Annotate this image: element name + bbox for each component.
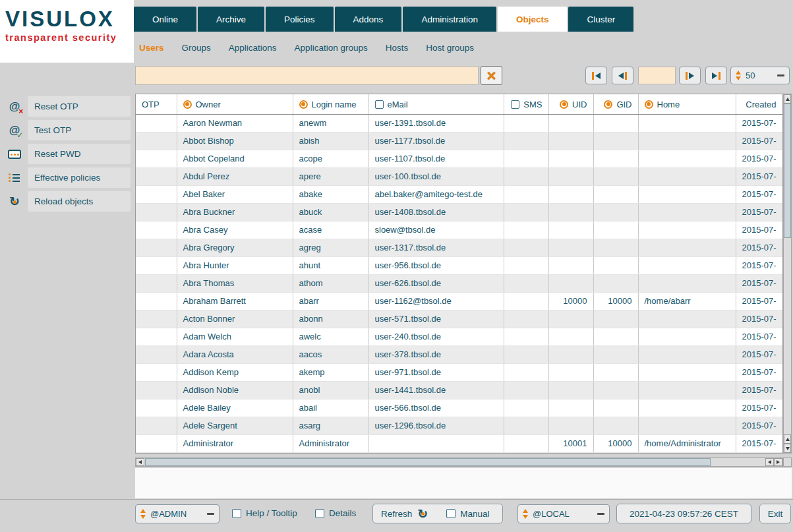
last-page-button[interactable] xyxy=(705,67,727,84)
spinner-arrows-icon[interactable] xyxy=(736,71,741,80)
clear-search-button[interactable] xyxy=(481,66,502,85)
vertical-scroll-thumb[interactable] xyxy=(784,103,791,238)
cell-sms xyxy=(504,275,548,293)
table-row[interactable]: Abbot Bishop abish user-1177.tbsol.de 20… xyxy=(136,133,782,150)
refresh-label: Refresh xyxy=(381,509,412,519)
cell-owner: Abra Buckner xyxy=(177,204,293,222)
horizontal-scroll-track[interactable] xyxy=(144,458,765,466)
cell-sms xyxy=(504,204,548,222)
cell-created: 2015-07- xyxy=(736,168,782,186)
table-row[interactable]: Adele Bailey abail user-566.tbsol.de 201… xyxy=(136,399,782,417)
column-header-home[interactable]: Home xyxy=(638,94,736,115)
column-header-login[interactable]: Login name xyxy=(293,94,368,115)
radio-icon[interactable] xyxy=(183,100,192,109)
cell-owner: Adele Bailey xyxy=(177,399,293,417)
cell-home xyxy=(638,310,736,328)
scroll-left-button-right[interactable] xyxy=(765,458,774,466)
checkbox-icon[interactable] xyxy=(511,100,519,109)
column-header-email[interactable]: eMail xyxy=(368,94,504,115)
search-input[interactable] xyxy=(135,66,479,85)
radio-icon[interactable] xyxy=(604,100,612,109)
horizontal-scrollbar[interactable] xyxy=(135,458,783,467)
table-row[interactable]: Abra Hunter ahunt user-956.tbsol.de 2015… xyxy=(136,257,782,275)
table-row[interactable]: Administrator Administrator 10001 10000 … xyxy=(136,435,782,453)
table-row[interactable]: Abra Thomas athom user-626.tbsol.de 2015… xyxy=(136,275,782,293)
sidebar-item-test-otp[interactable]: Test OTP xyxy=(0,120,132,140)
tab-objects[interactable]: Objects xyxy=(498,7,568,32)
next-page-button[interactable] xyxy=(679,67,701,84)
subnav-hosts[interactable]: Hosts xyxy=(386,43,409,53)
table-row[interactable]: Abra Gregory agreg user-1317.tbsol.de 20… xyxy=(136,239,782,257)
subnav-application-groups[interactable]: Application groups xyxy=(295,43,368,53)
help-tooltip-toggle[interactable]: Help / Tooltip xyxy=(232,508,297,518)
vertical-scrollbar[interactable] xyxy=(783,94,792,454)
scroll-left-button[interactable] xyxy=(136,458,144,466)
subnav-groups[interactable]: Groups xyxy=(182,43,211,53)
tab-online[interactable]: Online xyxy=(134,7,196,32)
radio-icon[interactable] xyxy=(560,100,568,109)
column-header-otp[interactable]: OTP xyxy=(136,94,177,115)
details-label: Details xyxy=(329,508,356,518)
help-tooltip-checkbox[interactable] xyxy=(232,509,241,518)
column-header-uid[interactable]: UID xyxy=(548,94,593,115)
table-row[interactable]: Adara Acosta aacos user-378.tbsol.de 201… xyxy=(136,346,782,364)
first-page-button[interactable] xyxy=(585,67,607,84)
timestamp-button[interactable]: 2021-04-23 09:57:26 CEST xyxy=(616,504,751,523)
cell-email: user-571.tbsol.de xyxy=(368,310,504,328)
admin-scope-spinner[interactable]: @ADMIN xyxy=(135,504,220,523)
table-row[interactable]: Addison Noble anobl user-1441.tbsol.de 2… xyxy=(136,382,782,399)
scroll-right-button[interactable] xyxy=(774,458,782,466)
tab-administration[interactable]: Administration xyxy=(403,7,496,32)
table-row[interactable]: Adam Welch awelc user-240.tbsol.de 2015-… xyxy=(136,328,782,346)
table-row[interactable]: Adele Sargent asarg user-1296.tbsol.de 2… xyxy=(136,417,782,435)
table-row[interactable]: Abra Casey acase sloew@tbsol.de 2015-07- xyxy=(136,222,782,239)
table-row[interactable]: Abel Baker abake abel.baker@amitego-test… xyxy=(136,186,782,204)
page-number-field[interactable] xyxy=(638,67,676,84)
radio-icon[interactable] xyxy=(645,100,653,109)
horizontal-scroll-thumb[interactable] xyxy=(145,458,711,466)
column-header-owner[interactable]: Owner xyxy=(177,94,293,115)
sidebar-item-reset-otp[interactable]: Reset OTP xyxy=(0,96,132,117)
checkbox-icon[interactable] xyxy=(375,100,384,109)
subnav-applications[interactable]: Applications xyxy=(229,43,277,53)
scroll-down-button[interactable] xyxy=(784,444,791,453)
table-row[interactable]: Addison Kemp akemp user-971.tbsol.de 201… xyxy=(136,364,782,382)
sidebar-item-effective-policies[interactable]: Effective policies xyxy=(0,167,132,188)
manual-toggle[interactable]: Manual xyxy=(446,509,489,519)
scroll-up-button[interactable] xyxy=(784,94,791,103)
cell-otp xyxy=(136,293,177,310)
spinner-arrows-icon[interactable] xyxy=(140,509,146,519)
scroll-up-button-bottom[interactable] xyxy=(784,434,791,444)
subnav-users[interactable]: Users xyxy=(139,43,164,53)
table-row[interactable]: Aaron Newman anewm user-1391.tbsol.de 20… xyxy=(136,115,782,133)
table-row[interactable]: Abra Buckner abuck user-1408.tbsol.de 20… xyxy=(136,204,782,222)
sidebar-item-reload-objects[interactable]: Reload objects xyxy=(0,191,132,212)
tab-cluster[interactable]: Cluster xyxy=(568,7,633,32)
cell-sms xyxy=(504,150,548,168)
sidebar-item-reset-pwd[interactable]: Reset PWD xyxy=(0,144,132,164)
table-row[interactable]: Abraham Barrett abarr user-1162@tbsol.de… xyxy=(136,293,782,310)
tab-policies[interactable]: Policies xyxy=(266,7,334,32)
cell-otp xyxy=(136,257,177,275)
table-row[interactable]: Abbot Copeland acope user-1107.tbsol.de … xyxy=(136,150,782,168)
details-toggle[interactable]: Details xyxy=(315,508,356,518)
radio-icon[interactable] xyxy=(299,100,308,109)
refresh-button[interactable]: Refresh xyxy=(381,507,429,520)
vertical-scroll-track[interactable] xyxy=(784,103,791,434)
manual-checkbox[interactable] xyxy=(446,509,455,518)
previous-page-button[interactable] xyxy=(612,67,633,84)
column-header-sms[interactable]: SMS xyxy=(504,94,548,115)
local-scope-spinner[interactable]: @LOCAL xyxy=(517,504,610,523)
table-row[interactable]: Acton Bonner abonn user-571.tbsol.de 201… xyxy=(136,310,782,328)
spinner-arrows-icon[interactable] xyxy=(523,509,528,519)
subnav-host-groups[interactable]: Host groups xyxy=(426,43,474,53)
tab-addons[interactable]: Addons xyxy=(335,7,402,32)
column-header-gid[interactable]: GID xyxy=(593,94,638,115)
exit-button[interactable]: Exit xyxy=(759,504,791,523)
tab-archive[interactable]: Archive xyxy=(198,7,264,32)
details-checkbox[interactable] xyxy=(315,509,324,518)
page-size-spinner[interactable]: 50 xyxy=(730,67,790,84)
column-header-created[interactable]: Created xyxy=(736,94,782,115)
table-row[interactable]: Abdul Perez apere user-100.tbsol.de 2015… xyxy=(136,168,782,186)
cell-uid xyxy=(548,168,593,186)
